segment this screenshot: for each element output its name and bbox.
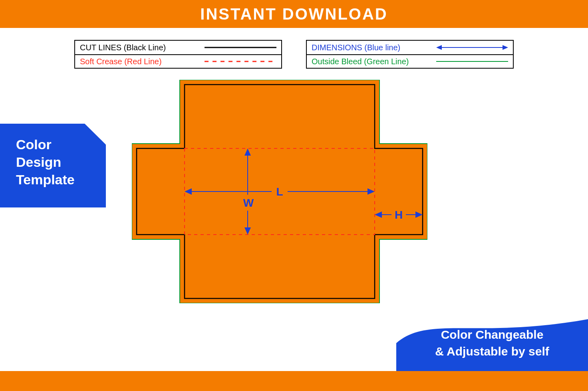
legend-crease: Soft Crease (Red Line) [75,54,281,68]
legend-crease-sample [205,57,276,65]
svg-marker-3 [436,45,442,50]
legend-dim-sample [436,43,508,51]
legend-bleed-sample [436,57,508,65]
label-W: W [243,197,254,209]
badge-right-text: Color Changeable & Adjustable by self [435,326,549,360]
dieline-figure: L W H [132,80,427,303]
header-title: INSTANT DOWNLOAD [200,5,387,23]
legend-box-right: DIMENSIONS (Blue line) Outside Bleed (Gr… [306,40,514,69]
legend-dimensions: DIMENSIONS (Blue line) [307,41,513,54]
badge-color-design-template: Color Design Template [0,124,106,207]
label-H: H [395,209,403,221]
svg-marker-4 [503,45,508,50]
header-bar: INSTANT DOWNLOAD [0,0,588,28]
dieline-svg: L W H [132,80,427,303]
footer-bar [0,371,588,391]
legend-box-left: CUT LINES (Black Line) Soft Crease (Red … [74,40,282,69]
legend-bleed-label: Outside Bleed (Green Line) [312,57,436,66]
legend-cut-lines: CUT LINES (Black Line) [75,41,281,54]
badge-left-text: Color Design Template [16,137,75,187]
label-L: L [276,186,283,198]
legend-dim-label: DIMENSIONS (Blue line) [312,43,436,52]
legend-bleed: Outside Bleed (Green Line) [307,54,513,68]
legend-row: CUT LINES (Black Line) Soft Crease (Red … [0,40,588,69]
badge-color-changeable: Color Changeable & Adjustable by self [396,315,588,371]
legend-crease-label: Soft Crease (Red Line) [80,57,205,66]
legend-cut-label: CUT LINES (Black Line) [80,43,205,52]
legend-cut-sample [205,43,276,51]
